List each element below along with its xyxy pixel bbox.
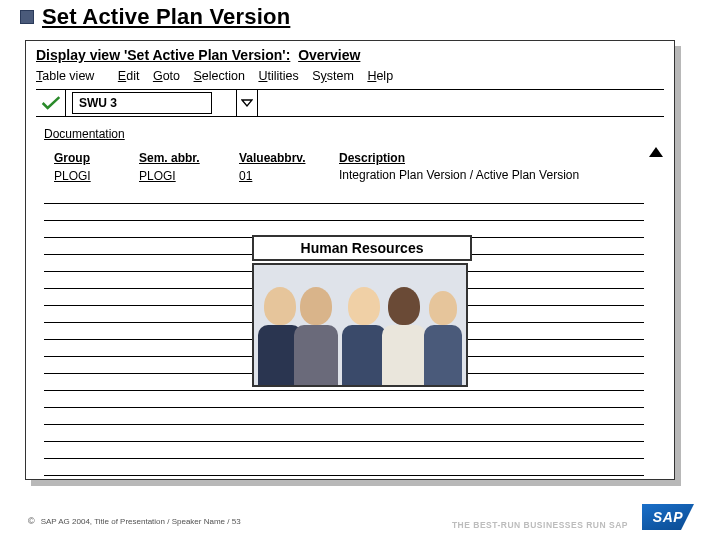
grid-line (44, 204, 644, 221)
tagline: THE BEST-RUN BUSINESSES RUN SAP (452, 520, 628, 530)
person-icon (342, 285, 386, 385)
cell-group: PLOGI (44, 169, 139, 183)
cell-sem: PLOGI (139, 169, 239, 183)
person-icon (294, 269, 338, 385)
dropdown-icon[interactable] (236, 90, 258, 116)
cell-desc: Integration Plan Version / Active Plan V… (339, 169, 646, 182)
grid-line (44, 442, 644, 459)
window-body: Display view 'Set Active Plan Version': … (25, 40, 675, 480)
table-row[interactable]: PLOGI PLOGI 01 Integration Plan Version … (44, 167, 646, 185)
transaction-code-input[interactable]: SWU 3 (72, 92, 212, 114)
col-header-desc: Description (339, 151, 646, 165)
hr-overlay: Human Resources (252, 235, 472, 387)
slide-title-row: Set Active Plan Version (20, 4, 700, 30)
footer-right: THE BEST-RUN BUSINESSES RUN SAP SAP (452, 504, 694, 530)
copyright-icon: © (28, 516, 35, 526)
grid-line (44, 425, 644, 442)
check-icon[interactable] (36, 90, 66, 116)
hr-title: Human Resources (252, 235, 472, 261)
sap-window: Display view 'Set Active Plan Version': … (25, 40, 675, 480)
col-header-sem: Sem. abbr. (139, 151, 239, 165)
scroll-up-icon[interactable] (648, 145, 664, 159)
hr-image (252, 263, 468, 387)
toolbar: SWU 3 (36, 89, 664, 117)
menu-table-view[interactable]: Table view (36, 69, 104, 83)
menu-edit[interactable]: Edit (118, 69, 140, 83)
grid-line (44, 187, 644, 204)
menu-selection[interactable]: Selection (194, 69, 245, 83)
grid-line (44, 391, 644, 408)
documentation-link[interactable]: Documentation (26, 117, 674, 147)
footer-left: © SAP AG 2004, Title of Presentation / S… (28, 516, 241, 526)
menu-system[interactable]: System (312, 69, 354, 83)
window-title: Display view 'Set Active Plan Version': … (26, 41, 674, 67)
menu-bar: Table view Edit Goto Selection Utilities… (26, 67, 674, 89)
menu-goto[interactable]: Goto (153, 69, 180, 83)
slide-title: Set Active Plan Version (42, 4, 290, 30)
col-header-group: Group (44, 151, 139, 165)
col-header-val: Valueabbrv. (239, 151, 339, 165)
grid-header-row: Group Sem. abbr. Valueabbrv. Description (44, 149, 646, 167)
grid-line (44, 459, 644, 476)
sap-logo: SAP (642, 504, 694, 530)
menu-utilities[interactable]: Utilities (258, 69, 298, 83)
cell-val: 01 (239, 169, 339, 183)
person-icon (382, 277, 426, 385)
person-icon (424, 271, 462, 385)
window-title-left: Display view 'Set Active Plan Version': (36, 47, 290, 63)
title-bullet (20, 10, 34, 24)
footer-text: SAP AG 2004, Title of Presentation / Spe… (41, 517, 241, 526)
data-grid: Group Sem. abbr. Valueabbrv. Description… (44, 149, 646, 476)
window-title-right: Overview (298, 47, 360, 63)
menu-help[interactable]: Help (367, 69, 393, 83)
grid-line (44, 408, 644, 425)
